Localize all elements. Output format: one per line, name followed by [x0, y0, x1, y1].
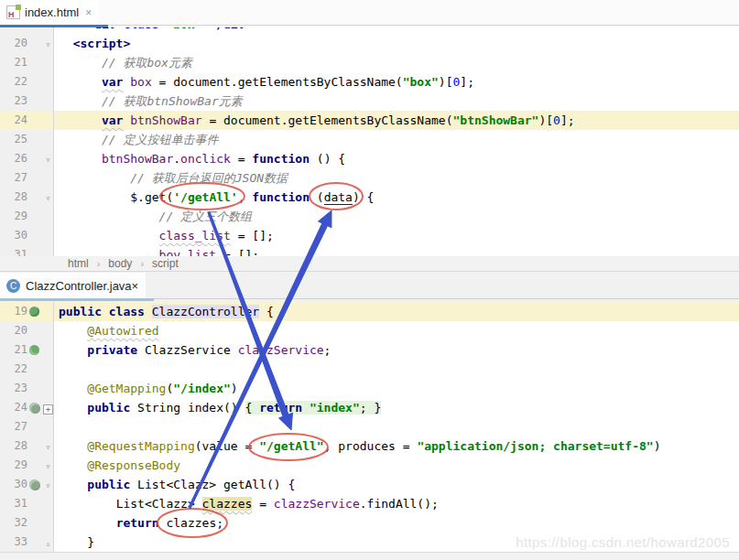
code-text[interactable]: public String index() { return "index"; … [54, 398, 739, 417]
code-text[interactable]: $.get('/getAll', function (data) { [54, 188, 739, 207]
fold-marker-minus[interactable]: ▿ [45, 150, 50, 169]
fold-slot [43, 302, 53, 321]
code-line-html-23: 23 // 获取btnShowBar元素 [0, 92, 739, 111]
gutter-icon-slot [27, 494, 43, 513]
code-line-html-19: 19 <div class="box"></div> [0, 27, 739, 34]
gutter-icon-slot [27, 379, 43, 398]
code-text[interactable]: btnShowBar.onclick = function () { [54, 149, 739, 168]
line-number: 29 [0, 456, 27, 475]
line-number: 19 [0, 302, 27, 321]
code-text[interactable]: return clazzes; [54, 513, 739, 533]
code-line-java-23: 23 @GetMapping("/index") [0, 379, 739, 398]
fold-slot [43, 321, 53, 340]
gutter: 30▿ [0, 475, 54, 494]
gutter-icon-slot [27, 436, 43, 456]
code-text[interactable]: @GetMapping("/index") [54, 379, 739, 398]
fold-slot [43, 53, 53, 72]
fold-slot: ▿ [43, 188, 53, 207]
line-number: 32 [0, 513, 27, 533]
code-text[interactable]: @Autowired [54, 321, 739, 340]
fold-slot [43, 130, 53, 149]
fold-slot: ▿ [43, 436, 53, 456]
gutter: 29 [0, 207, 54, 226]
line-number: 29 [0, 207, 27, 226]
breadcrumb-item-script[interactable]: script [152, 257, 179, 270]
autowired-icon[interactable] [29, 345, 39, 355]
line-number: 22 [0, 72, 27, 92]
fold-slot [43, 92, 53, 111]
bean-icon[interactable] [29, 307, 39, 317]
code-text[interactable]: <script> [54, 34, 739, 53]
code-text[interactable]: // 获取box元素 [54, 53, 739, 72]
line-number: 31 [0, 494, 27, 513]
gutter: 20▿ [0, 34, 54, 53]
gutter-icon-slot [27, 340, 43, 360]
gutter-icon-slot [27, 92, 43, 111]
java-class-icon: C [6, 279, 20, 293]
code-line-java-31: 31 List<Clazz> clazzes = clazzService.fi… [0, 494, 739, 513]
code-text[interactable]: private ClazzService clazzService; [54, 340, 739, 360]
fold-slot: ▿ [43, 149, 53, 168]
code-text[interactable]: // 获取btnShowBar元素 [54, 92, 739, 111]
breadcrumb-item-body[interactable]: body [108, 257, 132, 270]
code-line-java-28: 28▿ @RequestMapping(value = "/getAll", p… [0, 436, 739, 456]
editor-clazzcontroller: 19public class ClazzController {20 @Auto… [0, 302, 739, 560]
mapping-icon[interactable] [29, 479, 39, 490]
gutter: 31 [0, 494, 54, 513]
fold-slot [43, 360, 53, 379]
fold-slot [43, 340, 53, 360]
fold-marker-up[interactable]: ▵ [45, 533, 50, 553]
tab-title: index.html [25, 5, 79, 19]
code-line-java-22: 22 [0, 360, 739, 379]
fold-marker-minus[interactable]: ▿ [45, 188, 50, 208]
fold-slot: + [43, 398, 53, 417]
gutter-icon-slot [27, 207, 43, 226]
breadcrumb-separator: › [97, 258, 101, 269]
fold-marker-minus[interactable]: ▿ [45, 476, 50, 495]
tab-clazzcontroller-java[interactable]: C ClazzController.java × [0, 273, 146, 298]
code-text[interactable]: @RequestMapping(value = "/getAll", produ… [54, 436, 739, 456]
gutter: 23 [0, 92, 54, 111]
code-text[interactable]: // 定义按钮单击事件 [54, 130, 739, 149]
code-text[interactable]: // 定义三个数组 [54, 207, 739, 226]
gutter: 25 [0, 130, 54, 149]
code-text[interactable]: public List<Clazz> getAll() { [54, 475, 739, 494]
code-line-html-24: 24 var btnShowBar = document.getElements… [0, 111, 739, 130]
code-line-java-32: 32 return clazzes; [0, 513, 739, 533]
code-text[interactable] [54, 417, 739, 436]
close-icon[interactable]: × [132, 279, 139, 293]
line-number: 20 [0, 321, 27, 340]
close-icon[interactable]: × [85, 7, 92, 18]
line-number: 28 [0, 188, 27, 207]
tab-index-html[interactable]: H index.html × [0, 0, 99, 25]
code-line-java-20: 20 @Autowired [0, 321, 739, 340]
code-line-html-27: 27 // 获取后台返回的JSON数据 [0, 168, 739, 188]
code-line-html-28: 28▿ $.get('/getAll', function (data) { [0, 188, 739, 207]
code-text[interactable]: var btnShowBar = document.getElementsByC… [54, 111, 739, 130]
gutter-icon-slot [27, 168, 43, 188]
gutter: 30 [0, 226, 54, 245]
code-text[interactable]: public class ClazzController { [54, 302, 739, 321]
code-text[interactable]: // 获取后台返回的JSON数据 [54, 168, 739, 188]
code-text[interactable]: <div class="box"></div> [54, 27, 739, 34]
editor-index-html: 19 <div class="box"></div>20▿ <script>21… [0, 27, 739, 256]
code-text[interactable]: var box = document.getElementsByClassNam… [54, 72, 739, 92]
mapping-icon[interactable] [29, 403, 39, 413]
breadcrumb-item-html[interactable]: html [68, 257, 89, 270]
fold-marker-plus[interactable]: + [43, 404, 53, 415]
code-text[interactable]: class_list = []; [54, 226, 739, 245]
gutter: 19 [0, 302, 54, 321]
fold-marker-minus[interactable]: ▿ [45, 457, 50, 476]
code-text[interactable]: boy_list = []; [54, 245, 739, 256]
fold-slot [43, 207, 53, 226]
gutter-icon-slot [27, 34, 43, 53]
line-number: 22 [0, 360, 27, 379]
fold-marker-minus[interactable]: ▿ [45, 437, 50, 457]
code-text[interactable] [54, 360, 739, 379]
gutter: 22 [0, 72, 54, 92]
code-text[interactable]: List<Clazz> clazzes = clazzService.findA… [54, 494, 739, 513]
code-line-java-19: 19public class ClazzController { [0, 302, 739, 321]
code-text[interactable]: @ResponseBody [54, 456, 739, 475]
fold-slot [43, 72, 53, 92]
fold-marker-minus[interactable]: ▿ [45, 35, 50, 54]
